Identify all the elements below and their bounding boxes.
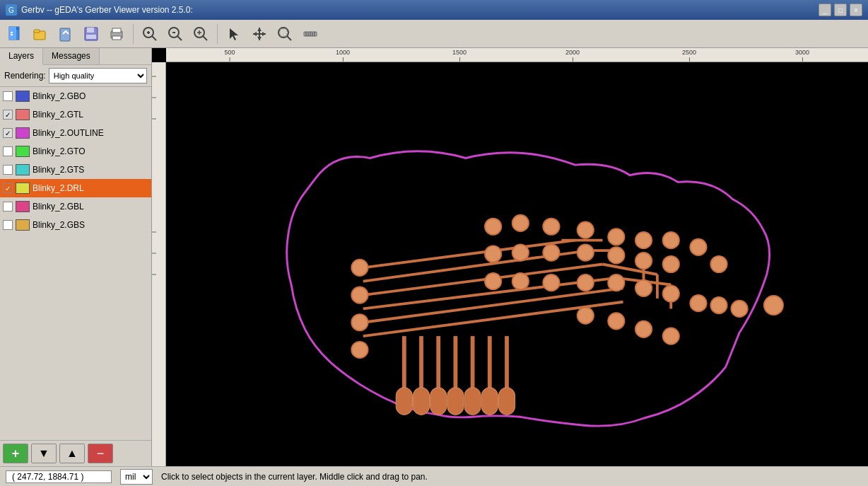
layer-item[interactable]: ✓Blinky_2.DRL (0, 179, 151, 197)
layer-checkbox[interactable] (3, 91, 13, 101)
svg-rect-11 (87, 28, 94, 33)
svg-point-90 (577, 274, 594, 291)
svg-point-72 (512, 215, 529, 231)
svg-marker-31 (257, 37, 262, 40)
layer-color-swatch (16, 164, 30, 175)
move-down-button[interactable]: ▼ (31, 444, 57, 463)
svg-point-80 (485, 245, 501, 262)
select-button[interactable] (222, 23, 246, 45)
layer-item[interactable]: Blinky_2.GBL (0, 197, 151, 216)
svg-rect-68 (464, 388, 481, 415)
svg-rect-5 (11, 32, 13, 33)
reload-button[interactable] (54, 23, 78, 45)
svg-rect-70 (498, 388, 515, 415)
layer-item[interactable]: Blinky_2.GBO (0, 87, 151, 105)
layer-color-swatch (16, 219, 30, 231)
svg-point-99 (635, 321, 652, 337)
titlebar-title: Gerbv -- gEDA's Gerber Viewer version 2.… (21, 5, 193, 15)
layer-item[interactable]: Blinky_2.GTO (0, 142, 151, 161)
svg-rect-43 (178, 62, 855, 466)
add-layer-button[interactable]: + (3, 444, 28, 463)
pan-icon (252, 26, 267, 42)
pan-button[interactable] (247, 23, 271, 45)
rendering-label: Rendering: (4, 71, 46, 81)
layer-item[interactable]: ✓Blinky_2.GTL (0, 105, 151, 124)
titlebar: G Gerbv -- gEDA's Gerber Viewer version … (0, 0, 868, 20)
titlebar-left: G Gerbv -- gEDA's Gerber Viewer version … (6, 4, 193, 16)
layer-item[interactable]: Blinky_2.GBS (0, 216, 151, 234)
layer-checkbox[interactable]: ✓ (3, 183, 13, 193)
unit-select[interactable]: mil mm in (120, 469, 153, 485)
svg-point-96 (731, 301, 747, 317)
titlebar-controls: _ □ × (819, 4, 862, 16)
svg-point-94 (690, 295, 706, 311)
ruler-mark: 500 (224, 49, 235, 62)
save-button[interactable] (79, 23, 103, 45)
move-up-button[interactable]: ▲ (59, 444, 85, 463)
layer-item[interactable]: Blinky_2.GTS (0, 161, 151, 179)
svg-point-92 (635, 280, 652, 296)
zoom-region-button[interactable] (273, 23, 297, 45)
new-file-button[interactable] (3, 23, 27, 45)
svg-rect-64 (396, 388, 412, 415)
print-button[interactable] (105, 23, 129, 45)
close-button[interactable]: × (850, 4, 862, 16)
svg-point-91 (608, 274, 624, 291)
svg-point-77 (663, 232, 679, 248)
svg-point-82 (543, 244, 559, 260)
layer-name: Blinky_2.GTS (33, 165, 148, 175)
svg-point-103 (351, 287, 368, 303)
layer-checkbox[interactable]: ✓ (3, 110, 13, 120)
open-file-button[interactable] (28, 23, 52, 45)
svg-point-78 (690, 239, 706, 255)
svg-point-97 (577, 307, 594, 323)
svg-point-89 (543, 274, 559, 291)
zoom-fit-icon (193, 26, 209, 42)
svg-point-93 (663, 286, 679, 302)
svg-point-84 (608, 247, 624, 263)
zoom-fit-button[interactable] (189, 23, 213, 45)
layer-item[interactable]: ✓Blinky_2.OUTLINE (0, 124, 151, 142)
ruler-top: 50010001500200025003000 (166, 48, 868, 62)
svg-point-105 (351, 342, 368, 358)
minimize-button[interactable]: _ (819, 4, 831, 16)
layer-checkbox[interactable] (3, 202, 13, 212)
svg-rect-8 (34, 30, 40, 33)
print-icon (109, 26, 124, 42)
svg-rect-6 (11, 34, 13, 35)
ruler-mark-vertical (152, 98, 156, 98)
svg-point-104 (351, 314, 368, 330)
layer-name: Blinky_2.GTO (33, 146, 148, 156)
pcb-content[interactable] (166, 62, 868, 466)
layer-checkbox[interactable] (3, 220, 13, 230)
layer-color-swatch (16, 91, 30, 102)
remove-layer-button[interactable]: − (88, 444, 113, 463)
ruler-mark-vertical (152, 232, 156, 233)
zoom-in-icon (142, 26, 158, 42)
separator-1 (133, 24, 134, 44)
measure-button[interactable] (298, 23, 322, 45)
separator-2 (217, 24, 218, 44)
open-file-icon (33, 26, 48, 42)
svg-point-83 (577, 244, 594, 260)
ruler-mark: 1500 (452, 49, 467, 62)
layer-checkbox[interactable] (3, 165, 13, 175)
coord-display: ( 247.72, 1884.71 ) (6, 470, 112, 483)
svg-point-100 (663, 328, 679, 345)
ruler-mark-vertical (152, 119, 156, 120)
tab-layers[interactable]: Layers (0, 48, 43, 65)
layer-checkbox[interactable] (3, 146, 13, 156)
zoom-out-button[interactable] (163, 23, 187, 45)
layer-color-swatch (16, 146, 30, 157)
svg-point-102 (351, 260, 368, 276)
rendering-select[interactable]: High quality Normal Fast (49, 68, 147, 83)
svg-point-71 (485, 219, 501, 235)
app-icon: G (6, 4, 17, 16)
layer-color-swatch (16, 201, 30, 212)
zoom-in-button[interactable] (138, 23, 162, 45)
tab-messages[interactable]: Messages (43, 48, 100, 64)
layer-checkbox[interactable]: ✓ (3, 128, 13, 138)
svg-rect-15 (112, 36, 121, 40)
canvas-area[interactable]: 50010001500200025003000 (152, 48, 868, 466)
maximize-button[interactable]: □ (834, 4, 847, 16)
